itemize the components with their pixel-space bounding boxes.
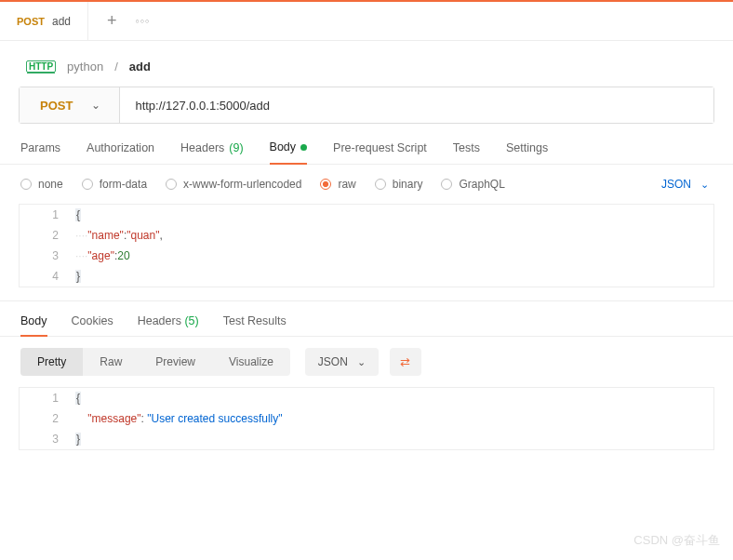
tab-bar: POST add + ○○○ bbox=[0, 0, 733, 41]
tab-body-label: Body bbox=[270, 140, 297, 153]
line-number: 2 bbox=[20, 408, 75, 429]
tab-params[interactable]: Params bbox=[20, 140, 60, 164]
code-line: ····"age":20 bbox=[75, 246, 713, 266]
view-mode-group: Pretty Raw Preview Visualize bbox=[20, 348, 290, 376]
chevron-down-icon: ⌄ bbox=[357, 356, 366, 368]
tab-tests[interactable]: Tests bbox=[453, 140, 480, 164]
tab-body[interactable]: Body bbox=[270, 140, 308, 165]
response-body-editor[interactable]: 1{ 2 "message": "User created successful… bbox=[19, 387, 714, 450]
code-line: } bbox=[75, 429, 713, 449]
request-tabs: Params Authorization Headers (9) Body Pr… bbox=[0, 124, 733, 165]
code-line: } bbox=[75, 266, 713, 287]
resp-tab-tests[interactable]: Test Results bbox=[223, 314, 287, 336]
resp-headers-count: (5) bbox=[184, 314, 198, 327]
tab-title: add bbox=[52, 15, 71, 28]
line-number: 4 bbox=[20, 266, 75, 287]
url-input[interactable] bbox=[120, 87, 713, 123]
content-type-select[interactable]: JSON ⌄ bbox=[661, 178, 713, 191]
radio-formdata[interactable]: form-data bbox=[82, 178, 147, 191]
request-tab[interactable]: POST add bbox=[0, 2, 88, 40]
radio-icon bbox=[441, 179, 452, 190]
radio-raw[interactable]: raw bbox=[320, 178, 355, 191]
radio-graphql[interactable]: GraphQL bbox=[441, 178, 504, 191]
radio-urlencoded[interactable]: x-www-form-urlencoded bbox=[166, 178, 301, 191]
breadcrumb: HTTP python / add bbox=[0, 41, 733, 87]
response-format-select[interactable]: JSON ⌄ bbox=[305, 348, 379, 376]
more-tabs-icon[interactable]: ○○○ bbox=[136, 18, 151, 24]
url-bar: POST ⌄ bbox=[19, 87, 714, 124]
response-view-bar: Pretty Raw Preview Visualize JSON ⌄ ⇄ bbox=[0, 337, 733, 387]
view-visualize[interactable]: Visualize bbox=[212, 348, 290, 376]
content-type-label: JSON bbox=[661, 178, 691, 191]
tab-headers[interactable]: Headers (9) bbox=[180, 140, 244, 164]
headers-count: (9) bbox=[229, 141, 243, 154]
line-number: 3 bbox=[20, 429, 75, 449]
breadcrumb-current: add bbox=[129, 60, 151, 73]
code-line: "message": "User created successfully" bbox=[75, 408, 713, 429]
body-indicator-icon bbox=[300, 144, 307, 151]
radio-none[interactable]: none bbox=[20, 178, 63, 191]
wrap-icon: ⇄ bbox=[400, 355, 410, 369]
radio-icon bbox=[166, 179, 177, 190]
chevron-down-icon: ⌄ bbox=[91, 99, 100, 112]
radio-binary[interactable]: binary bbox=[375, 178, 423, 191]
resp-tab-headers[interactable]: Headers (5) bbox=[138, 314, 199, 336]
method-select[interactable]: POST ⌄ bbox=[20, 87, 120, 123]
tab-authorization[interactable]: Authorization bbox=[87, 140, 154, 164]
tab-settings[interactable]: Settings bbox=[506, 140, 548, 164]
radio-icon bbox=[320, 179, 331, 190]
wrap-lines-button[interactable]: ⇄ bbox=[390, 348, 421, 376]
radio-icon bbox=[20, 179, 32, 190]
method-label: POST bbox=[40, 99, 73, 113]
tab-prerequest[interactable]: Pre-request Script bbox=[333, 140, 427, 164]
view-pretty[interactable]: Pretty bbox=[20, 348, 83, 376]
code-line: { bbox=[75, 205, 713, 225]
body-type-options: none form-data x-www-form-urlencoded raw… bbox=[0, 165, 733, 204]
new-tab-button[interactable]: + bbox=[107, 11, 117, 31]
view-preview[interactable]: Preview bbox=[139, 348, 212, 376]
tab-actions: + ○○○ bbox=[88, 2, 168, 40]
resp-tab-body[interactable]: Body bbox=[20, 314, 47, 337]
chevron-down-icon: ⌄ bbox=[700, 179, 709, 191]
radio-icon bbox=[375, 179, 386, 190]
breadcrumb-collection[interactable]: python bbox=[67, 60, 103, 73]
http-badge-icon: HTTP bbox=[26, 60, 56, 73]
view-raw[interactable]: Raw bbox=[83, 348, 139, 376]
radio-icon bbox=[82, 179, 93, 190]
tab-method: POST bbox=[17, 16, 45, 27]
watermark: CSDN @奋斗鱼 bbox=[633, 532, 720, 549]
line-number: 1 bbox=[20, 388, 75, 408]
line-number: 1 bbox=[20, 205, 75, 225]
breadcrumb-separator: / bbox=[114, 60, 118, 73]
code-line: { bbox=[75, 388, 713, 408]
response-tabs: Body Cookies Headers (5) Test Results bbox=[0, 300, 733, 337]
line-number: 3 bbox=[20, 246, 75, 266]
request-body-editor[interactable]: 1{ 2····"name":"quan", 3····"age":20 4} bbox=[19, 204, 714, 287]
resp-tab-cookies[interactable]: Cookies bbox=[72, 314, 113, 336]
tab-headers-label: Headers bbox=[180, 141, 224, 154]
line-number: 2 bbox=[20, 225, 75, 246]
code-line: ····"name":"quan", bbox=[75, 225, 713, 246]
